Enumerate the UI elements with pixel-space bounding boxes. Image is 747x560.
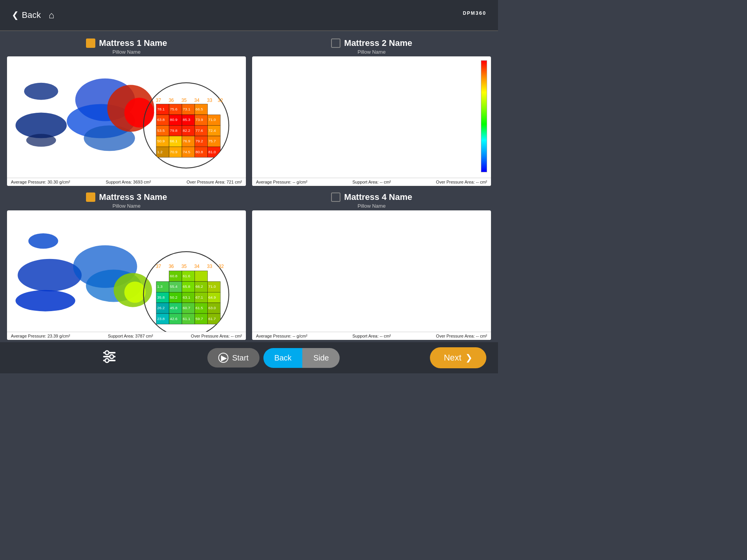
svg-point-125 [105,351,109,355]
svg-text:79.2: 79.2 [196,139,203,143]
svg-text:60.7: 60.7 [183,306,190,310]
svg-text:77.6: 77.6 [196,128,203,133]
svg-text:63.8: 63.8 [157,117,165,122]
home-icon[interactable]: ⌂ [49,10,54,21]
svg-text:50.9: 50.9 [157,139,165,143]
panel-3-heatmap-svg: 60.8 61.6 1.3 55.4 65.8 66.2 71.0 35.8 5… [7,210,246,340]
svg-text:32: 32 [218,98,223,103]
back-header-button[interactable]: ❮ Back [12,10,41,20]
panel-2-subtitle: Pillow Name [252,49,491,55]
panel-3-header: Mattress 3 Name [7,192,246,202]
svg-point-66 [16,290,75,312]
svg-text:65.8: 65.8 [183,284,191,289]
panel-1: Mattress 1 Name Pillow Name [4,35,249,189]
svg-text:37: 37 [156,98,161,103]
start-button[interactable]: ▶ Start [207,348,260,368]
panel-1-stats: Average Pressure: 30.30 g/cm² Support Ar… [7,178,246,186]
svg-text:45.8: 45.8 [170,306,178,310]
svg-point-64 [28,233,58,248]
svg-text:73.1: 73.1 [183,107,190,111]
panel-4-chart: Average Pressure: -- g/cm² Support Area:… [252,210,491,340]
svg-point-0 [24,83,58,100]
svg-text:55.4: 55.4 [170,284,178,289]
svg-text:61.1: 61.1 [183,317,190,321]
svg-text:76.9: 76.9 [183,139,191,143]
logo: DPM360 [463,8,486,23]
svg-text:60.8: 60.8 [170,274,178,278]
svg-text:42.6: 42.6 [170,317,178,321]
svg-text:63.0: 63.0 [209,306,216,310]
svg-text:35: 35 [181,98,187,103]
panel-3-support-area: Support Area: 3787 cm² [108,334,153,338]
svg-text:33: 33 [207,264,212,269]
start-label: Start [232,354,249,362]
svg-text:79.8: 79.8 [170,128,178,133]
footer: ▶ Start Back Side Next ❯ [0,342,498,373]
panel-2-stats: Average Pressure: -- g/cm² Support Area:… [252,178,491,186]
panel-4-support-area: Support Area: -- cm² [352,334,391,338]
svg-text:72.4: 72.4 [209,128,216,133]
svg-text:85.3: 85.3 [183,117,191,122]
next-button[interactable]: Next ❯ [430,347,486,368]
svg-point-70 [124,282,146,303]
svg-text:23.8: 23.8 [157,317,165,321]
svg-point-2 [26,134,56,147]
svg-text:36: 36 [168,264,174,269]
panel-1-avg-pressure: Average Pressure: 30.30 g/cm² [11,180,70,184]
svg-text:1.3: 1.3 [157,284,163,289]
panel-4-color-indicator [331,192,340,202]
back-button[interactable]: Back [263,348,302,368]
panel-2-title: Mattress 2 Name [344,38,412,48]
panel-1-title: Mattress 1 Name [99,38,167,48]
svg-rect-75 [195,271,207,281]
panel-2-over-pressure: Over Pressure Area: -- cm² [436,180,487,184]
svg-text:71.0: 71.0 [209,284,216,289]
svg-text:33: 33 [207,98,212,103]
svg-text:66.2: 66.2 [196,284,203,289]
svg-text:67.1: 67.1 [196,295,203,299]
svg-text:32: 32 [219,264,224,269]
svg-text:71.0: 71.0 [209,117,216,122]
svg-text:82.2: 82.2 [183,128,190,133]
panel-4-subtitle: Pillow Name [252,203,491,209]
svg-text:80.9: 80.9 [170,117,178,122]
panel-1-subtitle: Pillow Name [7,49,246,55]
svg-text:1.2: 1.2 [157,150,163,154]
svg-point-127 [110,355,114,359]
next-label: Next [444,353,461,363]
panel-2-color-indicator [331,38,340,48]
panel-2-avg-pressure: Average Pressure: -- g/cm² [256,180,307,184]
panel-4-over-pressure: Over Pressure Area: -- cm² [436,334,487,338]
play-icon: ▶ [218,353,228,363]
svg-point-129 [105,359,109,362]
side-button[interactable]: Side [302,348,340,368]
panel-2: Mattress 2 Name Pillow Name Average Pres… [249,35,494,189]
svg-point-65 [18,259,81,291]
back-header-label: Back [22,10,41,20]
panel-4-avg-pressure: Average Pressure: -- g/cm² [256,334,307,338]
panel-3: Mattress 3 Name Pillow Name [4,189,249,343]
svg-text:50.2: 50.2 [170,295,177,299]
panel-4-stats: Average Pressure: -- g/cm² Support Area:… [252,332,491,340]
svg-text:64.9: 64.9 [209,295,216,299]
svg-text:81.0: 81.0 [209,150,216,154]
svg-text:63.1: 63.1 [183,295,190,299]
panel-1-support-area: Support Area: 3693 cm² [106,180,151,184]
equalizer-icon[interactable] [102,349,117,367]
panel-3-stats: Average Pressure: 23.39 g/cm² Support Ar… [7,332,246,340]
svg-text:73.9: 73.9 [196,117,203,122]
chevron-left-icon: ❮ [12,10,19,20]
svg-text:66.1: 66.1 [170,139,177,143]
panel-3-color-indicator [86,192,95,202]
panel-1-chart: 78.1 75.6 73.1 66.5 63.8 80.9 85.3 73.9 … [7,56,246,186]
panel-4: Mattress 4 Name Pillow Name Average Pres… [249,189,494,343]
svg-text:34: 34 [194,98,200,103]
svg-text:70.9: 70.9 [170,150,178,154]
panel-2-header: Mattress 2 Name [252,38,491,48]
header: ❮ Back ⌂ DPM360 [0,0,498,31]
svg-text:66.5: 66.5 [196,107,203,111]
svg-text:35.8: 35.8 [157,295,165,299]
panel-2-chart: Average Pressure: -- g/cm² Support Area:… [252,56,491,186]
svg-text:35: 35 [181,264,187,269]
panel-1-header: Mattress 1 Name [7,38,246,48]
